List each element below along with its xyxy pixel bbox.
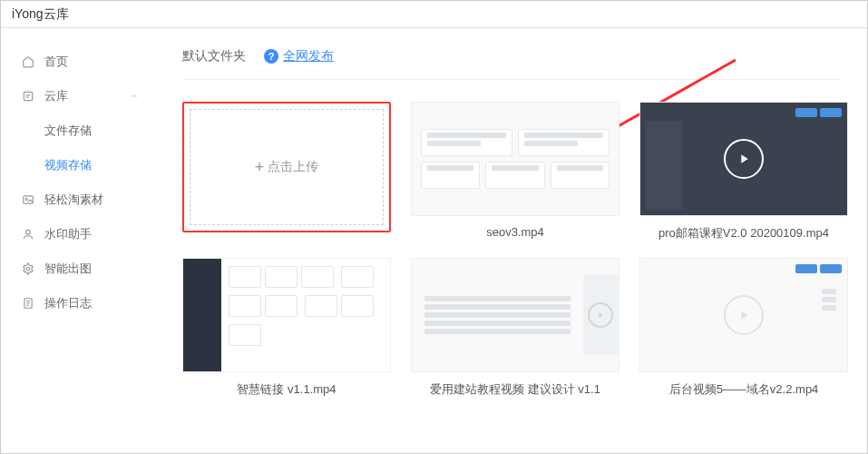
publish-link[interactable]: ? 全网发布 xyxy=(264,48,334,64)
video-thumbnail xyxy=(639,102,848,216)
video-thumbnail xyxy=(411,258,619,372)
video-title: 智慧链接 v1.1.mp4 xyxy=(237,381,336,398)
home-icon xyxy=(21,54,35,69)
sidebar-item-file-storage[interactable]: 文件存储 xyxy=(1,114,155,148)
main-layout: 首页 云库 文件存储 视频存储 轻松淘素材 水印助手 xyxy=(1,28,867,454)
gear-icon xyxy=(21,262,35,276)
user-icon xyxy=(21,227,35,242)
sidebar-item-smart-image[interactable]: 智能出图 xyxy=(1,252,155,286)
sidebar-item-label: 首页 xyxy=(44,54,68,70)
sidebar-item-label: 文件存储 xyxy=(44,123,92,139)
help-icon: ? xyxy=(264,49,278,64)
publish-link-label: 全网发布 xyxy=(283,48,334,64)
content-area: 默认文件夹 ? 全网发布 + 点击上传 xyxy=(155,28,867,454)
upload-label: 点击上传 xyxy=(268,159,318,175)
svg-point-2 xyxy=(25,198,27,200)
plus-icon: + xyxy=(255,158,265,177)
sidebar-item-label: 操作日志 xyxy=(44,295,92,311)
sidebar-item-video-storage[interactable]: 视频存储 xyxy=(1,148,155,183)
svg-rect-0 xyxy=(24,92,32,100)
toolbar: 默认文件夹 ? 全网发布 xyxy=(182,48,840,80)
sidebar: 首页 云库 文件存储 视频存储 轻松淘素材 水印助手 xyxy=(1,28,155,454)
upload-box[interactable]: + 点击上传 xyxy=(182,102,391,232)
video-item[interactable]: pro邮箱课程V2.0 20200109.mp4 xyxy=(639,102,848,242)
image-icon xyxy=(21,192,35,207)
sidebar-item-label: 云库 xyxy=(44,88,68,104)
svg-point-3 xyxy=(26,230,31,234)
video-title: 爱用建站教程视频 建议设计 v1.1 xyxy=(430,381,600,398)
chevron-up-icon xyxy=(130,92,139,101)
video-item[interactable]: 爱用建站教程视频 建议设计 v1.1 xyxy=(411,258,619,398)
page-icon xyxy=(21,296,35,311)
play-icon xyxy=(588,302,613,328)
video-thumbnail xyxy=(182,258,391,372)
sidebar-item-home[interactable]: 首页 xyxy=(1,44,155,79)
sidebar-item-label: 智能出图 xyxy=(44,261,92,277)
sidebar-item-log[interactable]: 操作日志 xyxy=(1,286,155,321)
video-item[interactable]: 后台视频5——域名v2.2.mp4 xyxy=(639,258,848,398)
video-thumbnail xyxy=(411,102,619,216)
play-icon xyxy=(724,139,764,179)
cloud-icon xyxy=(21,89,35,104)
sidebar-item-material[interactable]: 轻松淘素材 xyxy=(1,183,155,217)
svg-rect-1 xyxy=(24,196,34,203)
sidebar-item-watermark[interactable]: 水印助手 xyxy=(1,217,155,252)
video-grid: + 点击上传 seov3.mp4 xyxy=(182,102,840,398)
window-header: iYong云库 xyxy=(1,1,867,28)
play-icon xyxy=(724,295,764,335)
sidebar-item-cloud[interactable]: 云库 xyxy=(1,79,155,114)
upload-inner: + 点击上传 xyxy=(190,109,384,225)
video-item[interactable]: 智慧链接 v1.1.mp4 xyxy=(182,258,391,398)
video-title: 后台视频5——域名v2.2.mp4 xyxy=(669,381,819,398)
folder-name[interactable]: 默认文件夹 xyxy=(182,48,246,64)
sidebar-item-label: 水印助手 xyxy=(44,226,92,242)
svg-point-4 xyxy=(26,267,30,271)
video-item[interactable]: seov3.mp4 xyxy=(411,102,619,242)
video-title: seov3.mp4 xyxy=(486,225,544,239)
app-title: iYong云库 xyxy=(12,6,69,23)
sidebar-item-label: 轻松淘素材 xyxy=(44,192,103,208)
sidebar-item-label: 视频存储 xyxy=(44,157,92,173)
video-thumbnail xyxy=(639,258,848,372)
video-title: pro邮箱课程V2.0 20200109.mp4 xyxy=(658,225,829,242)
